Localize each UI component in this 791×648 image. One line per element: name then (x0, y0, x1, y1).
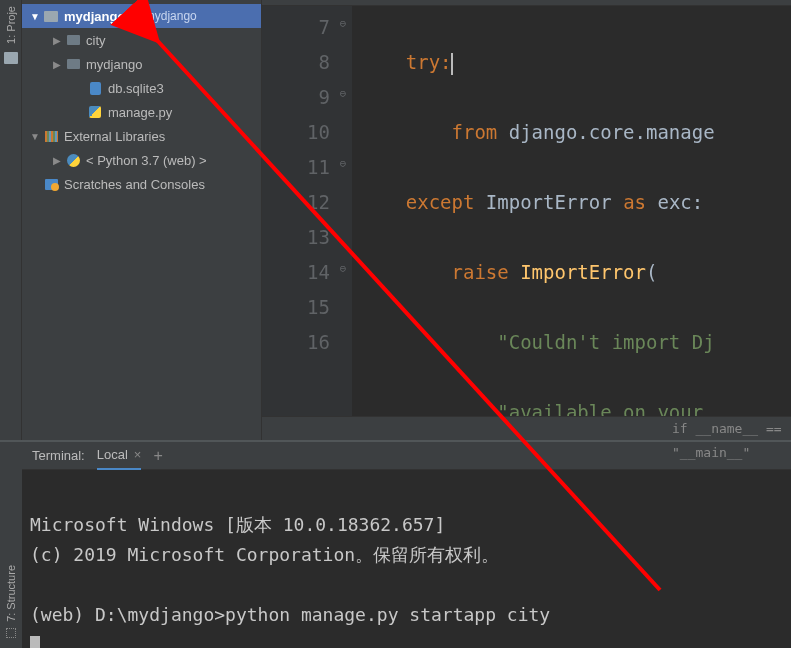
text-caret (451, 53, 453, 75)
terminal-tab-label: Local (97, 447, 128, 462)
terminal-tab-local[interactable]: Local × (97, 442, 142, 470)
fold-gutter: ⊖⊖⊖⊖ (336, 6, 350, 356)
new-terminal-button[interactable]: + (153, 447, 162, 465)
terminal-command: python manage.py startapp city (225, 604, 550, 625)
code-token: raise (452, 261, 521, 283)
database-icon (86, 80, 104, 96)
tree-root-mydjango[interactable]: mydjango D:\mydjango (22, 4, 261, 28)
tree-item-label: db.sqlite3 (108, 81, 164, 96)
python-file-icon (86, 104, 104, 120)
folder-icon (64, 32, 82, 48)
tree-item-db[interactable]: db.sqlite3 (22, 76, 261, 100)
tree-item-label: city (86, 33, 106, 48)
terminal-output[interactable]: Microsoft Windows [版本 10.0.18362.657] (c… (22, 470, 791, 648)
tree-item-label: mydjango (86, 57, 142, 72)
folder-icon (64, 56, 82, 72)
tree-python-sdk[interactable]: < Python 3.7 (web) > (22, 148, 261, 172)
code-body[interactable]: try: from django.core.manage except Impo… (352, 6, 791, 416)
terminal-line: (c) 2019 Microsoft Corporation。保留所有权利。 (30, 544, 499, 565)
tree-item-label: External Libraries (64, 129, 165, 144)
tree-scratches[interactable]: Scratches and Consoles (22, 172, 261, 196)
code-token: ImportError (486, 191, 623, 213)
tree-external-libs[interactable]: External Libraries (22, 124, 261, 148)
editor-area: 7 8 9 10 11 12 13 14 15 16 ⊖⊖⊖⊖ try: fro… (262, 0, 791, 440)
tree-item-label: manage.py (108, 105, 172, 120)
code-token: "Couldn't import Dj (497, 331, 714, 353)
code-token: django.core.manage (497, 121, 714, 143)
bottom-tool-strip: 7: Structure (0, 442, 22, 648)
terminal-prompt: (web) D:\mydjango> (30, 604, 225, 625)
editor-breadcrumb[interactable]: if __name__ == "__main__" (262, 416, 791, 440)
tree-item-label: < Python 3.7 (web) > (86, 153, 207, 168)
code-token: "available on your (497, 401, 714, 416)
structure-tool-label[interactable]: 7: Structure (5, 565, 17, 622)
close-icon[interactable]: × (134, 447, 142, 462)
tree-root-label: mydjango (64, 9, 125, 24)
terminal-line: Microsoft Windows [版本 10.0.18362.657] (30, 514, 445, 535)
python-icon (64, 152, 82, 168)
chevron-down-icon[interactable] (28, 131, 42, 142)
chevron-down-icon[interactable] (28, 11, 42, 22)
code-token: from (452, 121, 498, 143)
tree-root-path: D:\mydjango (129, 9, 196, 23)
terminal-title: Terminal: (32, 448, 85, 463)
code-token: as (623, 191, 657, 213)
chevron-right-icon[interactable] (50, 35, 64, 46)
terminal-cursor (30, 636, 40, 649)
scratches-icon (42, 176, 60, 192)
project-tool-label[interactable]: 1: Proje (5, 6, 17, 44)
libraries-icon (42, 128, 60, 144)
tree-item-label: Scratches and Consoles (64, 177, 205, 192)
structure-icon[interactable] (6, 628, 16, 638)
tree-item-mydjango-pkg[interactable]: mydjango (22, 52, 261, 76)
project-icon[interactable] (4, 52, 18, 64)
code-token: exc: (657, 191, 703, 213)
project-tree-panel: mydjango D:\mydjango city mydjango db.sq… (22, 0, 262, 440)
terminal-panel: 7: Structure Terminal: Local × + Microso… (0, 440, 791, 648)
code-editor[interactable]: 7 8 9 10 11 12 13 14 15 16 ⊖⊖⊖⊖ try: fro… (262, 6, 791, 416)
tree-item-managepy[interactable]: manage.py (22, 100, 261, 124)
code-token: except (406, 191, 486, 213)
line-number-gutter: 7 8 9 10 11 12 13 14 15 16 ⊖⊖⊖⊖ (262, 6, 352, 416)
left-tool-strip: 1: Proje (0, 0, 22, 440)
code-token: try: (406, 51, 452, 73)
chevron-right-icon[interactable] (50, 59, 64, 70)
folder-icon (42, 8, 60, 24)
code-token: ( (646, 261, 657, 283)
code-token: ImportError (520, 261, 646, 283)
tree-item-city[interactable]: city (22, 28, 261, 52)
chevron-right-icon[interactable] (50, 155, 64, 166)
